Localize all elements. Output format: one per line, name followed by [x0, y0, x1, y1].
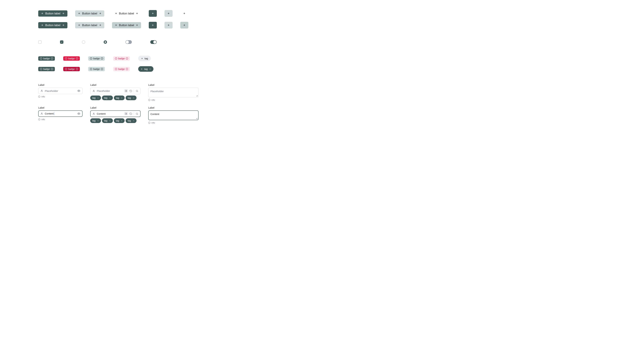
- secondary-icon-button[interactable]: [164, 22, 172, 28]
- textarea-input[interactable]: Content: [148, 110, 198, 120]
- close-icon[interactable]: [121, 97, 122, 99]
- buttons-row-hover: Button label Button label Button label: [38, 22, 606, 28]
- info-text: info: [152, 99, 155, 101]
- plus-icon: [152, 12, 154, 15]
- ghost-icon-button-hover[interactable]: [180, 22, 188, 28]
- fields-row-1: Label Placeholder info Label Placeholder…: [38, 83, 606, 101]
- plus-icon: [141, 57, 143, 60]
- plus-icon: [152, 24, 154, 26]
- checkbox-checked[interactable]: [60, 40, 64, 44]
- toggle-on[interactable]: [150, 40, 157, 44]
- toggle-off[interactable]: [126, 40, 132, 44]
- badge-label: badge: [68, 68, 75, 70]
- primary-icon-button[interactable]: [149, 22, 157, 28]
- tag-light[interactable]: tag: [138, 56, 151, 61]
- fields-section: Label Placeholder info Label Placeholder…: [38, 83, 606, 124]
- close-icon[interactable]: [109, 120, 111, 122]
- info-icon: [40, 57, 42, 60]
- secondary-button[interactable]: Button label: [75, 10, 104, 16]
- text-input[interactable]: Content: [38, 110, 82, 117]
- ghost-icon-button[interactable]: [180, 10, 188, 17]
- badge-teal: badge: [38, 56, 55, 61]
- info-icon: [76, 57, 78, 60]
- field-label: Label: [148, 106, 198, 109]
- close-icon[interactable]: [133, 97, 134, 99]
- tag-chip[interactable]: tag: [102, 118, 113, 123]
- tag-dark[interactable]: tag: [138, 66, 154, 72]
- tag-chip[interactable]: tag: [102, 95, 113, 100]
- ghost-button-hover[interactable]: Button label: [112, 22, 141, 28]
- field-label: Label: [148, 83, 198, 86]
- search-input[interactable]: Placeholder 3: [90, 88, 140, 94]
- count-chip: 3: [124, 112, 128, 115]
- svg-point-22: [41, 113, 42, 114]
- svg-point-26: [136, 113, 138, 114]
- tag-chip[interactable]: tag: [90, 118, 101, 123]
- input-value: Content: [45, 112, 76, 115]
- tag-chip[interactable]: tag: [114, 118, 124, 123]
- badges-row-2: badge badge badge badge tag: [38, 66, 606, 72]
- search-field-default: Label Placeholder 3 tag tag tag tag: [90, 83, 140, 100]
- search-input[interactable]: Content 3: [90, 110, 140, 117]
- divider: [134, 90, 134, 92]
- svg-point-19: [93, 90, 94, 91]
- tag-chip[interactable]: tag: [114, 95, 124, 100]
- plus-icon: [136, 12, 138, 15]
- tag-chip[interactable]: tag: [126, 95, 136, 100]
- badge-red-light: badge: [113, 56, 130, 61]
- helper-text: info: [148, 121, 198, 124]
- radio-unchecked[interactable]: [82, 40, 85, 44]
- info-icon: [38, 95, 40, 98]
- plus-icon: [167, 12, 170, 15]
- buttons-row-default: Button label Button label Button label: [38, 10, 606, 17]
- badge-teal-light: badge: [88, 56, 105, 61]
- close-icon[interactable]: [133, 120, 134, 122]
- eye-icon[interactable]: [77, 112, 80, 115]
- undo-icon[interactable]: [130, 112, 132, 115]
- svg-point-17: [78, 90, 79, 91]
- divider: [134, 112, 134, 115]
- user-icon: [40, 89, 43, 92]
- ghost-button[interactable]: Button label: [112, 10, 141, 16]
- textarea-value: Content: [150, 113, 159, 115]
- checkbox-unchecked[interactable]: [38, 40, 42, 44]
- search-icon[interactable]: [136, 90, 138, 92]
- eye-icon[interactable]: [77, 89, 80, 92]
- plus-icon: [62, 12, 65, 15]
- tag-chip[interactable]: tag: [126, 118, 136, 123]
- text-field-default: Label Placeholder info: [38, 83, 82, 98]
- close-icon[interactable]: [97, 120, 99, 122]
- placeholder-text: Placeholder: [45, 89, 76, 92]
- controls-row: [38, 40, 606, 44]
- controls-section: [38, 40, 606, 44]
- info-icon: [65, 57, 67, 60]
- close-icon[interactable]: [97, 97, 99, 99]
- info-icon: [101, 57, 103, 60]
- secondary-button[interactable]: Button label: [75, 22, 104, 28]
- svg-point-16: [41, 90, 42, 91]
- field-label: Label: [90, 83, 140, 86]
- primary-button[interactable]: Button label: [38, 22, 68, 28]
- close-icon[interactable]: [121, 120, 122, 122]
- undo-icon[interactable]: [130, 90, 132, 92]
- text-input[interactable]: Placeholder: [38, 88, 82, 94]
- field-label: Label: [38, 83, 82, 86]
- plus-icon: [41, 24, 44, 26]
- secondary-icon-button[interactable]: [164, 10, 172, 17]
- user-icon: [40, 112, 43, 115]
- search-icon[interactable]: [136, 112, 138, 115]
- resize-handle-icon[interactable]: [196, 94, 198, 96]
- primary-button[interactable]: Button label: [38, 10, 68, 16]
- primary-icon-button[interactable]: [149, 10, 157, 17]
- helper-text: info: [148, 99, 198, 101]
- textarea-input[interactable]: Placeholder: [148, 88, 198, 97]
- caret: [54, 112, 54, 115]
- plus-icon: [78, 12, 80, 15]
- tag-chip[interactable]: tag: [90, 95, 101, 100]
- radio-checked[interactable]: [104, 40, 107, 44]
- resize-handle-icon[interactable]: [196, 117, 198, 119]
- close-icon[interactable]: [149, 68, 151, 70]
- badge-red-dark: badge: [63, 67, 80, 71]
- plus-icon: [41, 12, 44, 15]
- close-icon[interactable]: [109, 97, 111, 99]
